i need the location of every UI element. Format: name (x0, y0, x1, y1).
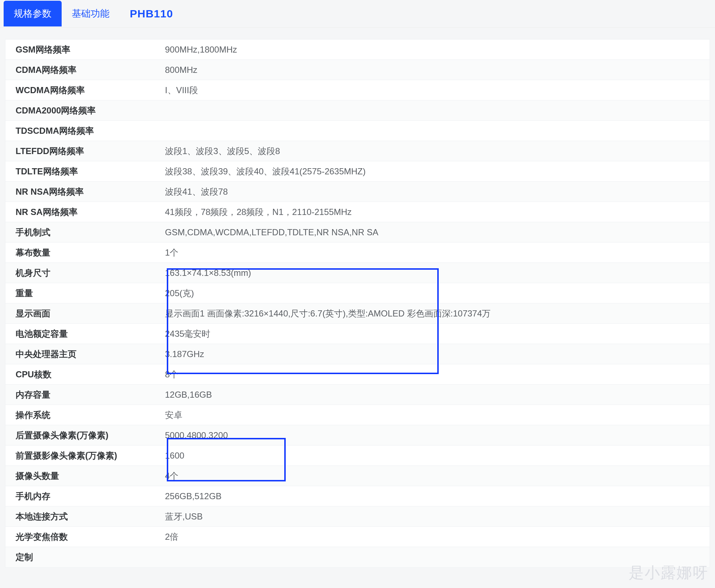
row-value: I、VIII段 (165, 84, 710, 96)
table-row: 光学变焦倍数2倍 (5, 527, 710, 547)
tab-bar: 规格参数 基础功能 PHB110 (0, 0, 715, 28)
row-value: 163.1×74.1×8.53(mm) (165, 268, 710, 278)
table-row: 摄像头数量4个 (5, 466, 710, 486)
row-label: 本地连接方式 (5, 511, 165, 522)
row-label: 显示画面 (5, 308, 165, 319)
row-label: 机身尺寸 (5, 267, 165, 279)
tab-basic[interactable]: 基础功能 (62, 1, 120, 26)
table-row: 显示画面显示画面1 画面像素:3216×1440,尺寸:6.7(英寸),类型:A… (5, 303, 710, 324)
row-label: 光学变焦倍数 (5, 531, 165, 543)
row-value: 蓝牙,USB (165, 511, 710, 522)
model-code: PHB110 (120, 8, 183, 20)
table-row: 机身尺寸163.1×74.1×8.53(mm) (5, 263, 710, 283)
row-value: 205(克) (165, 287, 710, 299)
table-row: 手机制式GSM,CDMA,WCDMA,LTEFDD,TDLTE,NR NSA,N… (5, 222, 710, 243)
row-value: 显示画面1 画面像素:3216×1440,尺寸:6.7(英寸),类型:AMOLE… (165, 308, 710, 319)
row-value: 波段38、波段39、波段40、波段41(2575-2635MHZ) (165, 166, 710, 177)
row-label: 前置摄影像头像素(万像素) (5, 450, 165, 461)
tab-spec[interactable]: 规格参数 (4, 1, 62, 26)
table-row: 前置摄影像头像素(万像素)1600 (5, 446, 710, 466)
row-value: 1个 (165, 247, 710, 258)
row-label: TDLTE网络频率 (5, 166, 165, 177)
row-value: 2435毫安时 (165, 328, 710, 340)
spec-table: GSM网络频率900MHz,1800MHzCDMA网络频率800MHzWCDMA… (5, 39, 710, 568)
table-row: CDMA网络频率800MHz (5, 60, 710, 80)
row-value: 3.187GHz (165, 349, 710, 359)
row-label: 内存容量 (5, 389, 165, 401)
row-label: 中央处理器主页 (5, 348, 165, 360)
row-value: 256GB,512GB (165, 491, 710, 501)
row-value: 8个 (165, 369, 710, 380)
table-row: TDSCDMA网络频率 (5, 121, 710, 141)
table-row: NR SA网络频率41频段，78频段，28频段，N1，2110-2155MHz (5, 202, 710, 222)
row-label: 手机制式 (5, 227, 165, 238)
row-label: NR SA网络频率 (5, 206, 165, 218)
row-label: 摄像头数量 (5, 470, 165, 482)
row-value: 900MHz,1800MHz (165, 45, 710, 55)
row-value: 1600 (165, 451, 710, 461)
row-label: NR NSA网络频率 (5, 186, 165, 198)
table-row: 操作系统安卓 (5, 405, 710, 425)
row-value: 波段1、波段3、波段5、波段8 (165, 145, 710, 157)
table-row: WCDMA网络频率I、VIII段 (5, 80, 710, 100)
row-value: GSM,CDMA,WCDMA,LTEFDD,TDLTE,NR NSA,NR SA (165, 227, 710, 237)
row-label: 幕布数量 (5, 247, 165, 258)
row-value: 波段41、波段78 (165, 186, 710, 198)
table-row: CPU核数8个 (5, 364, 710, 385)
row-value: 4个 (165, 470, 710, 482)
row-value: 800MHz (165, 65, 710, 75)
table-row: LTEFDD网络频率波段1、波段3、波段5、波段8 (5, 141, 710, 161)
row-value: 2倍 (165, 531, 710, 543)
table-row: 中央处理器主页3.187GHz (5, 344, 710, 364)
row-label: WCDMA网络频率 (5, 84, 165, 96)
row-label: 手机内存 (5, 490, 165, 502)
row-label: CDMA网络频率 (5, 64, 165, 76)
row-label: 电池额定容量 (5, 328, 165, 340)
table-row: 手机内存256GB,512GB (5, 486, 710, 506)
table-row: CDMA2000网络频率 (5, 100, 710, 121)
table-row: 重量205(克) (5, 283, 710, 303)
row-label: TDSCDMA网络频率 (5, 125, 165, 137)
table-row: 定制 (5, 547, 710, 567)
table-row: 内存容量12GB,16GB (5, 385, 710, 405)
row-value: 5000,4800,3200 (165, 430, 710, 440)
row-label: GSM网络频率 (5, 44, 165, 55)
table-row: GSM网络频率900MHz,1800MHz (5, 40, 710, 60)
row-label: 定制 (5, 551, 165, 563)
row-label: 后置摄像头像素(万像素) (5, 430, 165, 441)
row-value: 41频段，78频段，28频段，N1，2110-2155MHz (165, 206, 710, 218)
row-label: CDMA2000网络频率 (5, 105, 165, 116)
table-row: NR NSA网络频率波段41、波段78 (5, 182, 710, 202)
row-value: 安卓 (165, 409, 710, 421)
table-row: TDLTE网络频率波段38、波段39、波段40、波段41(2575-2635MH… (5, 161, 710, 182)
row-label: 重量 (5, 287, 165, 299)
row-label: CPU核数 (5, 369, 165, 380)
row-value: 12GB,16GB (165, 390, 710, 400)
table-row: 幕布数量1个 (5, 243, 710, 263)
table-row: 后置摄像头像素(万像素)5000,4800,3200 (5, 425, 710, 446)
table-row: 本地连接方式蓝牙,USB (5, 506, 710, 527)
row-label: LTEFDD网络频率 (5, 145, 165, 157)
row-label: 操作系统 (5, 409, 165, 421)
table-row: 电池额定容量2435毫安时 (5, 324, 710, 344)
